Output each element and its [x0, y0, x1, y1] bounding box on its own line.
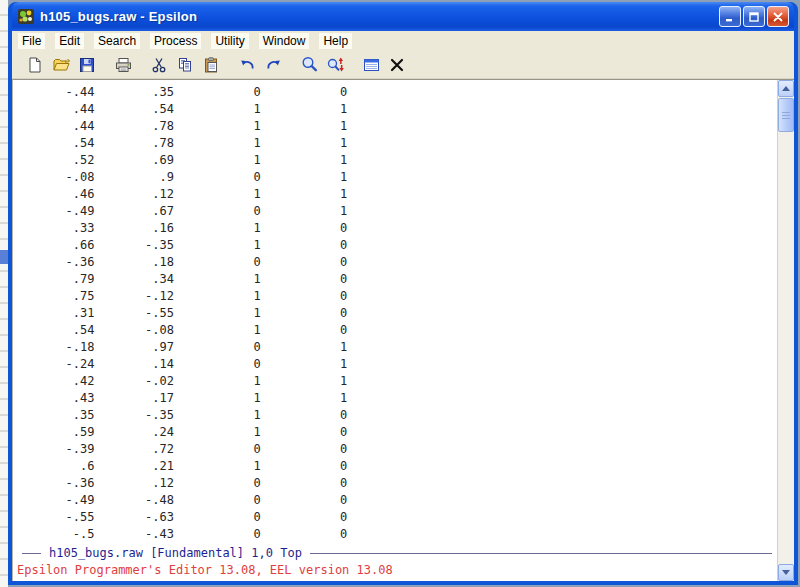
- editor-row: .52 .69 1 1: [15, 152, 777, 169]
- titlebar[interactable]: h105_bugs.raw - Epsilon: [12, 2, 794, 31]
- scrollbar-thumb[interactable]: [778, 98, 794, 132]
- scroll-up-icon: [782, 86, 790, 91]
- save-file-button[interactable]: [74, 53, 100, 77]
- background-selection-mark: [0, 250, 8, 264]
- editor-row: .54 -.08 1 0: [15, 322, 777, 339]
- editor-row: .6 .21 1 0: [15, 458, 777, 475]
- editor-row: .42 -.02 1 1: [15, 373, 777, 390]
- find-button[interactable]: [296, 53, 322, 77]
- open-file-icon: [52, 56, 71, 74]
- find-replace-icon: [326, 55, 345, 74]
- print-icon: [114, 56, 133, 74]
- maximize-button[interactable]: [743, 6, 765, 27]
- editor-row: .33 .16 1 0: [15, 220, 777, 237]
- find-replace-button[interactable]: [322, 53, 348, 77]
- editor-row: .54 .78 1 1: [15, 135, 777, 152]
- buffer-list-icon: [362, 56, 381, 74]
- window-title: h105_bugs.raw - Epsilon: [40, 9, 719, 24]
- maximize-icon: [748, 11, 760, 23]
- paste-button[interactable]: [198, 53, 224, 77]
- editor-row: .44 .78 1 1: [15, 118, 777, 135]
- cut-icon: [150, 56, 168, 74]
- open-file-button[interactable]: [48, 53, 74, 77]
- editor-pane: -.44 .35 0 0 .44 .54 1 1 .44 .78 1 1 .54…: [12, 79, 794, 581]
- redo-button[interactable]: [260, 53, 286, 77]
- undo-icon: [238, 56, 257, 74]
- scrollbar-grip: [782, 112, 790, 119]
- modeline-text: h105_bugs.raw [Fundamental] 1,0 Top: [49, 546, 302, 560]
- editor-row: .79 .34 1 0: [15, 271, 777, 288]
- editor-row: -.55 -.63 0 0: [15, 509, 777, 526]
- minimize-icon: [724, 11, 736, 23]
- toolbar: [12, 51, 794, 79]
- menu-search[interactable]: Search: [94, 33, 140, 49]
- mode-line: h105_bugs.raw [Fundamental] 1,0 Top: [13, 545, 777, 561]
- modeline-dash-start: [22, 553, 41, 554]
- undo-button[interactable]: [234, 53, 260, 77]
- editor-row: .44 .54 1 1: [15, 101, 777, 118]
- editor-row: -.18 .97 0 1: [15, 339, 777, 356]
- editor-row: .43 .17 1 1: [15, 390, 777, 407]
- editor-row: .31 -.55 1 0: [15, 305, 777, 322]
- editor-row: -.08 .9 0 1: [15, 169, 777, 186]
- editor-row: .66 -.35 1 0: [15, 237, 777, 254]
- close-window-icon: [388, 56, 406, 74]
- print-button[interactable]: [110, 53, 136, 77]
- close-window-button[interactable]: [384, 53, 410, 77]
- paste-icon: [202, 56, 220, 74]
- editor-row: .75 -.12 1 0: [15, 288, 777, 305]
- text-area[interactable]: -.44 .35 0 0 .44 .54 1 1 .44 .78 1 1 .54…: [13, 80, 777, 545]
- find-icon: [300, 55, 319, 74]
- background-window-sliver: [0, 0, 8, 587]
- epsilon-bug-icon: [18, 8, 35, 25]
- menu-help[interactable]: Help: [319, 33, 352, 49]
- copy-icon: [176, 56, 194, 74]
- menu-process[interactable]: Process: [150, 33, 201, 49]
- close-icon: [772, 11, 784, 23]
- new-file-button[interactable]: [22, 53, 48, 77]
- menu-edit[interactable]: Edit: [55, 33, 84, 49]
- redo-icon: [264, 56, 283, 74]
- menubar: File Edit Search Process Utility Window …: [12, 31, 794, 51]
- buffer-list-button[interactable]: [358, 53, 384, 77]
- menu-file[interactable]: File: [18, 33, 45, 49]
- save-file-icon: [78, 56, 96, 74]
- editor-row: -.36 .18 0 0: [15, 254, 777, 271]
- editor-row: -.44 .35 0 0: [15, 84, 777, 101]
- editor-row: .46 .12 1 1: [15, 186, 777, 203]
- editor-row: -.39 .72 0 0: [15, 441, 777, 458]
- close-button[interactable]: [767, 6, 789, 27]
- editor-row: -.36 .12 0 0: [15, 475, 777, 492]
- scroll-down-icon: [782, 570, 790, 575]
- menu-window[interactable]: Window: [259, 33, 310, 49]
- editor-row: -.49 .67 0 1: [15, 203, 777, 220]
- vertical-scrollbar[interactable]: [777, 80, 794, 581]
- editor-row: -.24 .14 0 1: [15, 356, 777, 373]
- scrollbar-track[interactable]: [778, 133, 794, 564]
- scroll-up-button[interactable]: [778, 80, 794, 97]
- editor-row: .35 -.35 1 0: [15, 407, 777, 424]
- editor-row: -.5 -.43 0 0: [15, 526, 777, 543]
- editor-row: .59 .24 1 0: [15, 424, 777, 441]
- copy-button[interactable]: [172, 53, 198, 77]
- scroll-down-button[interactable]: [778, 564, 794, 581]
- modeline-dash-fill: [310, 553, 772, 554]
- cut-button[interactable]: [146, 53, 172, 77]
- new-file-icon: [26, 56, 44, 74]
- echo-area-message: Epsilon Programmer's Editor 13.08, EEL v…: [13, 561, 777, 581]
- menu-utility[interactable]: Utility: [211, 33, 248, 49]
- editor-row: -.49 -.48 0 0: [15, 492, 777, 509]
- epsilon-window: h105_bugs.raw - Epsilon Fi: [8, 2, 798, 585]
- minimize-button[interactable]: [719, 6, 741, 27]
